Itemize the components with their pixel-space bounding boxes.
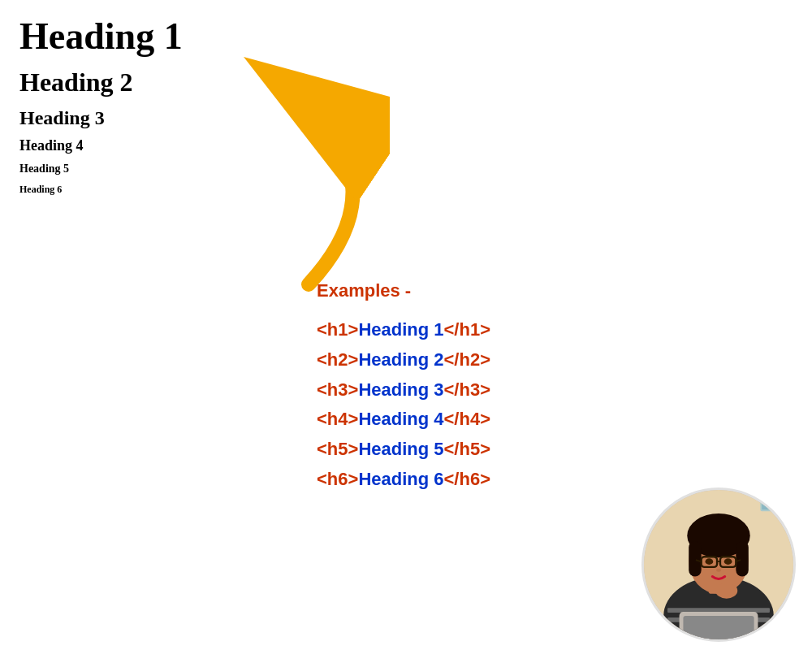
open-tag-h4: <h4>	[317, 409, 358, 429]
person-avatar	[641, 488, 796, 642]
close-tag-h4: </h4>	[444, 409, 490, 429]
svg-rect-8	[689, 541, 701, 577]
code-line-h3: <h3>Heading 3</h3>	[317, 378, 490, 403]
open-tag-h6: <h6>	[317, 469, 358, 489]
svg-point-18	[715, 583, 737, 598]
text-h6: Heading 6	[358, 469, 443, 489]
code-line-h1: <h1>Heading 1</h1>	[317, 318, 490, 343]
text-h1: Heading 1	[358, 319, 443, 340]
svg-rect-23	[762, 496, 782, 509]
person-illustration	[644, 488, 793, 642]
examples-section: Examples - <h1>Heading 1</h1> <h2>Headin…	[317, 280, 490, 497]
svg-point-15	[706, 558, 714, 565]
text-h2: Heading 2	[358, 349, 443, 370]
close-tag-h6: </h6>	[444, 469, 490, 489]
open-tag-h5: <h5>	[317, 439, 358, 459]
open-tag-h2: <h2>	[317, 349, 358, 370]
open-tag-h1: <h1>	[317, 319, 358, 340]
close-tag-h5: </h5>	[444, 439, 490, 459]
svg-point-17	[716, 569, 721, 572]
text-h5: Heading 5	[358, 439, 443, 459]
svg-rect-20	[683, 616, 754, 642]
open-tag-h3: <h3>	[317, 379, 358, 400]
arrow-icon	[130, 49, 390, 301]
close-tag-h2: </h2>	[444, 349, 490, 370]
examples-label: Examples -	[317, 280, 490, 301]
code-line-h6: <h6>Heading 6</h6>	[317, 467, 490, 492]
text-h4: Heading 4	[358, 409, 443, 429]
code-line-h4: <h4>Heading 4</h4>	[317, 407, 490, 432]
code-line-h2: <h2>Heading 2</h2>	[317, 348, 490, 373]
svg-point-16	[724, 558, 732, 565]
svg-rect-9	[736, 541, 748, 577]
code-line-h5: <h5>Heading 5</h5>	[317, 437, 490, 462]
close-tag-h1: </h1>	[444, 319, 490, 340]
svg-point-21	[754, 631, 762, 640]
text-h3: Heading 3	[358, 379, 443, 400]
close-tag-h3: </h3>	[444, 379, 490, 400]
